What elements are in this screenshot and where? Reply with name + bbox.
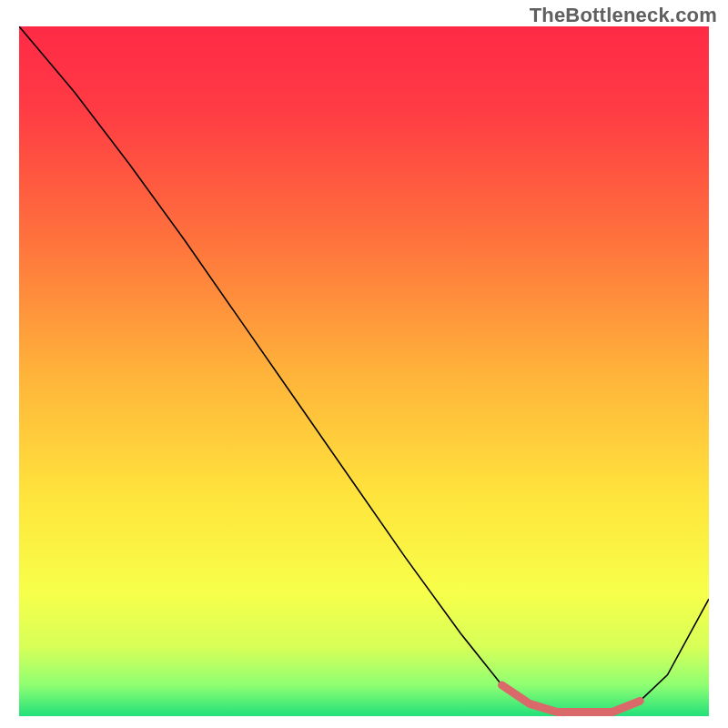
stage: TheBottleneck.com xyxy=(0,0,728,728)
gradient-background xyxy=(19,26,709,716)
chart-svg xyxy=(19,26,709,716)
watermark-text: TheBottleneck.com xyxy=(530,4,717,27)
plot-area xyxy=(19,26,709,716)
